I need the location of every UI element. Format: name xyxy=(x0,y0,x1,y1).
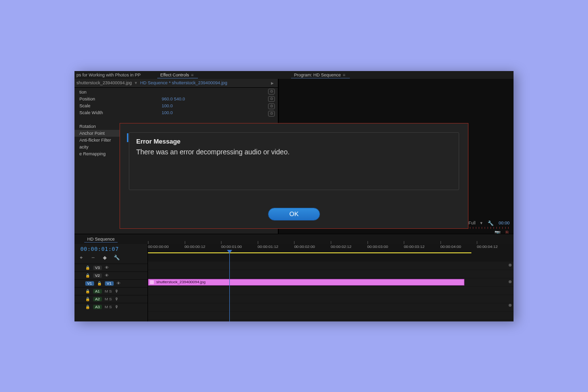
ruler-tick: 00:00:03:12 xyxy=(404,245,424,249)
audio-track-header[interactable]: 🔒A3M S🎙 xyxy=(74,303,147,311)
crumb-clip-name[interactable]: shutterstock_239400094.jpg xyxy=(76,80,132,85)
clip-label: shutterstock_239400094.jpg xyxy=(156,280,206,284)
lock-icon[interactable]: 🔒 xyxy=(97,281,102,286)
reset-column xyxy=(268,89,275,117)
dialog-message: There was an error decompressing audio o… xyxy=(136,148,452,156)
timeline-tracks-area[interactable]: 00:00:00:00 00:00:00:12 00:00:01:00 00:0… xyxy=(148,244,514,321)
effects-breadcrumb: shutterstock_239400094.jpg ▾ HD Sequence… xyxy=(74,79,278,88)
scroll-handle[interactable] xyxy=(509,264,512,267)
property-row-scale-width: Scale Width100.0 xyxy=(74,109,278,116)
ruler-tick: 00:00:01:00 xyxy=(221,245,242,249)
scroll-handle[interactable] xyxy=(509,304,512,307)
property-row: tion xyxy=(74,89,278,96)
track-background xyxy=(148,262,514,321)
ruler-tick: 00:00:04:00 xyxy=(441,245,461,249)
dialog-accent xyxy=(127,133,128,142)
chevron-down-icon[interactable]: ▾ xyxy=(480,220,483,225)
resolution-dropdown[interactable]: Full xyxy=(468,220,476,225)
timeline-panel: HD Sequence 00:00:01:07 ⌖ ⎓ ◆ 🔧 🔒V3👁 🔒V2… xyxy=(74,234,514,321)
track-source[interactable]: V1 xyxy=(85,281,94,286)
snap-icon[interactable]: ⌖ xyxy=(78,255,84,261)
eye-icon[interactable]: 👁 xyxy=(105,273,109,278)
lock-icon[interactable]: 🔒 xyxy=(85,305,90,309)
dialog-title: Error Message xyxy=(136,138,452,145)
tab-label: Effect Controls xyxy=(160,73,189,77)
track-label[interactable]: A2 xyxy=(93,297,102,301)
eye-icon[interactable]: 👁 xyxy=(105,266,109,270)
audio-track-header[interactable]: 🔒A1M S🎙 xyxy=(74,287,147,295)
timeline-timecode[interactable]: 00:00:01:07 xyxy=(80,246,119,252)
mute-solo[interactable]: M S xyxy=(105,297,112,301)
scroll-right-icon[interactable]: ▸ xyxy=(269,80,276,86)
ok-button[interactable]: OK xyxy=(268,208,320,220)
dialog-body: Error Message There was an error decompr… xyxy=(129,132,459,190)
timeline-tools: ⌖ ⎓ ◆ 🔧 xyxy=(78,255,120,261)
ruler-tick: 00:00:00:00 xyxy=(148,245,169,249)
mic-icon[interactable]: 🎙 xyxy=(115,297,119,301)
program-meta: Full ▾ 🔧 00:00 xyxy=(468,220,510,226)
mute-solo[interactable]: M S xyxy=(105,289,112,294)
tab-program-monitor[interactable]: Program: HD Sequence xyxy=(291,72,350,78)
ruler-tick: 00:00:04:12 xyxy=(477,245,497,249)
reset-icon[interactable] xyxy=(268,103,275,109)
tab-effect-controls[interactable]: Effect Controls xyxy=(157,72,198,78)
panel-menu-icon[interactable] xyxy=(191,73,195,77)
tab-label: Program: HD Sequence xyxy=(294,73,341,77)
reset-icon[interactable] xyxy=(268,96,275,102)
reset-icon[interactable] xyxy=(268,89,275,95)
audio-track-header[interactable]: 🔒A2M S🎙 xyxy=(74,295,147,303)
timeline-track-header: 00:00:01:07 ⌖ ⎓ ◆ 🔧 🔒V3👁 🔒V2👁 V1🔒V1👁 🔒A1… xyxy=(74,244,148,321)
program-timecode[interactable]: 00:00 xyxy=(498,220,510,225)
video-track-header[interactable]: 🔒V3👁 xyxy=(74,264,147,271)
track-label[interactable]: V3 xyxy=(93,266,102,270)
wrench-icon[interactable]: 🔧 xyxy=(488,220,493,226)
property-row-position: Position960.0 540.0 xyxy=(74,96,278,102)
property-row-scale: Scale100.0 xyxy=(74,102,278,109)
mute-solo[interactable]: M S xyxy=(105,305,112,309)
top-bar: ps for Working with Photos in PP Effect … xyxy=(74,71,514,79)
eye-icon[interactable]: 👁 xyxy=(117,281,121,286)
work-area-bar[interactable] xyxy=(148,252,471,253)
property-row xyxy=(74,116,278,123)
crumb-sequence-path[interactable]: HD Sequence * shutterstock_239400094.jpg xyxy=(140,80,227,85)
link-icon[interactable]: ⎓ xyxy=(90,255,96,261)
ruler-tick: 00:00:03:00 xyxy=(368,245,388,249)
v1-lane[interactable]: shutterstock_239400094.jpg xyxy=(148,278,514,286)
scroll-handle[interactable] xyxy=(509,280,512,283)
video-track-header[interactable]: 🔒V2👁 xyxy=(74,271,147,279)
workspace-title: ps for Working with Photos in PP xyxy=(74,73,141,77)
marker-icon[interactable]: ◆ xyxy=(102,255,108,261)
mic-icon[interactable]: 🎙 xyxy=(115,305,119,309)
track-label[interactable]: V2 xyxy=(93,273,102,278)
track-label[interactable]: A1 xyxy=(93,289,102,294)
track-label[interactable]: V1 xyxy=(105,281,114,286)
lock-icon[interactable]: 🔒 xyxy=(85,297,90,301)
lock-icon[interactable]: 🔒 xyxy=(85,273,90,278)
ruler-tick: 00:00:01:12 xyxy=(258,245,278,249)
chevron-down-icon[interactable]: ▾ xyxy=(135,80,137,85)
mic-icon[interactable]: 🎙 xyxy=(115,289,119,294)
ruler-tick: 00:00:02:12 xyxy=(331,245,351,249)
playhead[interactable] xyxy=(229,250,230,321)
tab-sequence[interactable]: HD Sequence xyxy=(84,236,118,243)
panel-menu-icon[interactable] xyxy=(343,73,347,77)
ruler-tick: 00:00:00:12 xyxy=(185,245,205,249)
error-dialog: Error Message There was an error decompr… xyxy=(120,123,468,229)
ruler-tick: 00:00:02:00 xyxy=(294,245,315,249)
lock-icon[interactable]: 🔒 xyxy=(85,289,90,294)
reset-icon[interactable] xyxy=(268,111,275,117)
video-track-header[interactable]: V1🔒V1👁 xyxy=(74,279,147,287)
timeline-ruler[interactable]: 00:00:00:00 00:00:00:12 00:00:01:00 00:0… xyxy=(148,244,514,253)
clip[interactable]: shutterstock_239400094.jpg xyxy=(148,279,465,286)
premiere-window: ps for Working with Photos in PP Effect … xyxy=(74,71,514,321)
wrench-icon[interactable]: 🔧 xyxy=(114,255,120,261)
lock-icon[interactable]: 🔒 xyxy=(85,266,90,270)
track-label[interactable]: A3 xyxy=(93,305,102,309)
